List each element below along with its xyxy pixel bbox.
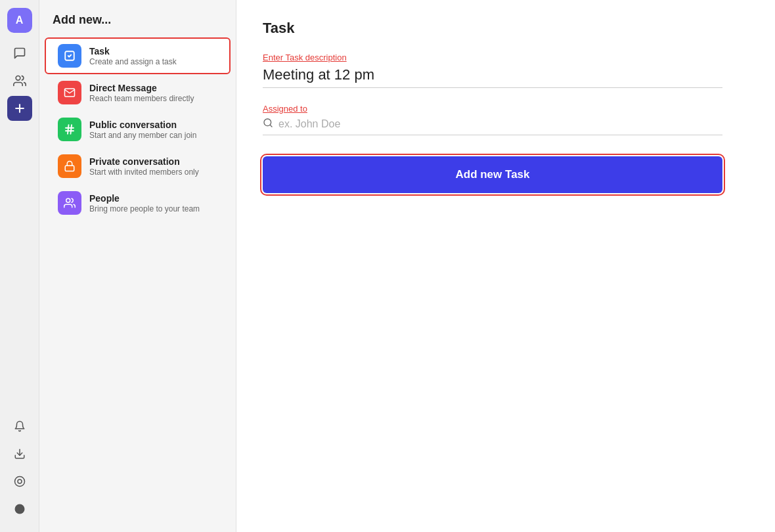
- people-label: People: [89, 193, 200, 204]
- menu-item-public-conversation[interactable]: Public conversation Start and any member…: [45, 111, 231, 148]
- direct-message-sub: Reach team members directly: [89, 94, 194, 103]
- description-input[interactable]: [263, 66, 722, 88]
- chat-icon-button[interactable]: [7, 41, 32, 66]
- notification-icon-button[interactable]: [7, 414, 32, 439]
- private-conversation-sub: Start with invited members only: [89, 167, 199, 177]
- menu-item-people[interactable]: People Bring more people to your team: [45, 185, 231, 221]
- menu-item-private-conversation[interactable]: Private conversation Start with invited …: [45, 148, 231, 185]
- task-sub: Create and assign a task: [89, 57, 177, 66]
- svg-point-13: [66, 198, 70, 202]
- private-conversation-text: Private conversation Start with invited …: [89, 156, 199, 177]
- direct-message-text: Direct Message Reach team members direct…: [89, 83, 194, 103]
- public-conversation-sub: Start and any member can join: [89, 131, 196, 140]
- assigned-label: Assigned to: [263, 104, 749, 114]
- description-label: Enter Task description: [263, 53, 749, 62]
- task-label: Task: [89, 46, 177, 56]
- people-sub: Bring more people to your team: [89, 204, 200, 213]
- menu-title: Add new...: [39, 13, 236, 37]
- download-icon-button[interactable]: [7, 441, 32, 466]
- private-conversation-label: Private conversation: [89, 156, 199, 167]
- svg-line-10: [68, 125, 69, 134]
- add-icon-button[interactable]: [7, 96, 32, 121]
- people-icon: [58, 191, 81, 215]
- public-conversation-icon: [58, 118, 81, 141]
- people-text: People Bring more people to your team: [89, 193, 200, 213]
- add-task-button[interactable]: Add new Task: [263, 156, 722, 193]
- assigned-input[interactable]: [278, 118, 722, 130]
- task-icon: [58, 44, 81, 68]
- svg-line-15: [270, 125, 272, 127]
- contacts-icon-button[interactable]: [7, 68, 32, 93]
- icon-bar-bottom: [7, 414, 32, 532]
- page-title: Task: [263, 20, 749, 37]
- icon-bar: A: [0, 0, 39, 532]
- svg-point-6: [14, 504, 24, 514]
- main-content: Task Enter Task description Assigned to …: [236, 0, 775, 532]
- svg-line-11: [71, 125, 72, 134]
- help-icon-button[interactable]: [7, 469, 32, 494]
- avatar: A: [7, 8, 32, 33]
- description-group: Enter Task description: [263, 53, 749, 88]
- menu-panel: Add new... Task Create and assign a task…: [39, 0, 236, 532]
- direct-message-icon: [58, 81, 81, 104]
- task-text: Task Create and assign a task: [89, 46, 177, 66]
- menu-item-task[interactable]: Task Create and assign a task: [45, 37, 231, 74]
- assigned-search-wrapper: [263, 118, 722, 135]
- svg-point-0: [16, 76, 20, 81]
- svg-point-5: [18, 479, 22, 483]
- search-icon: [263, 118, 273, 131]
- assigned-group: Assigned to: [263, 104, 749, 135]
- menu-item-direct-message[interactable]: Direct Message Reach team members direct…: [45, 74, 231, 111]
- direct-message-label: Direct Message: [89, 83, 194, 93]
- svg-rect-12: [65, 166, 74, 171]
- profile-icon-button[interactable]: [7, 497, 32, 521]
- private-conversation-icon: [58, 154, 81, 178]
- public-conversation-label: Public conversation: [89, 120, 196, 130]
- svg-point-4: [14, 477, 24, 487]
- public-conversation-text: Public conversation Start and any member…: [89, 120, 196, 140]
